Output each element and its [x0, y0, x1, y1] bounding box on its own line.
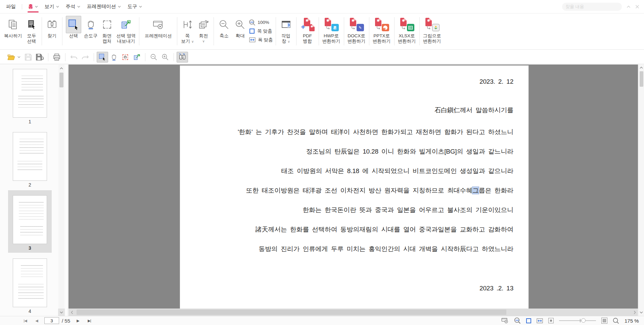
actual-size-button[interactable] [548, 318, 554, 323]
menu-annotation-label: 주석 [66, 3, 76, 10]
horizontal-scrollbar[interactable] [68, 309, 638, 316]
convert-to-hwp-button[interactable]: 훈 HWP로 변환하기 [321, 16, 342, 44]
select-all-button[interactable]: 모두 선택 [24, 16, 40, 44]
thumbnail-page-1[interactable] [13, 69, 47, 118]
select-tool-icon [68, 19, 79, 30]
vertical-scrollbar[interactable] [638, 65, 644, 316]
work-pane-label-2: 창 [282, 39, 286, 44]
convert-to-pptx-button[interactable]: PPTX로 변환하기 [371, 16, 392, 44]
menu-presentation[interactable]: 프레젠테이션 [84, 0, 124, 13]
thumbnail-scrollbar[interactable] [58, 65, 64, 309]
menu-view[interactable]: 보기 [41, 0, 62, 13]
next-page-button[interactable]: ▶ [72, 319, 84, 323]
pdf-merge-label-2: 병합 [303, 39, 312, 44]
print-button[interactable] [51, 52, 62, 63]
scroll-left-icon[interactable] [71, 311, 73, 314]
page-number-input[interactable] [44, 317, 59, 324]
vertical-scrollbar-thumb[interactable] [640, 71, 643, 87]
hand-tool-button[interactable]: 손도구 [83, 16, 99, 39]
zoom-in-quick-button[interactable] [159, 52, 171, 63]
convert-to-xlsx-label-1: XLSX로 [398, 33, 416, 39]
work-pane-button[interactable]: 작업 창 ∨ [278, 16, 294, 44]
redo-button[interactable] [80, 52, 91, 63]
zoom-out-quick-button[interactable] [148, 52, 159, 63]
page-total-label: / 55 [62, 318, 70, 324]
zoom-slider-handle[interactable] [581, 318, 586, 323]
ribbon-divider [319, 17, 319, 45]
chevron-down-icon[interactable] [17, 56, 20, 58]
zoom-100-button[interactable]: 100 [514, 317, 521, 324]
menu-annotation[interactable]: 주석 [62, 0, 84, 13]
copy-button[interactable]: 복사하기 [3, 16, 24, 39]
zoom-100-button[interactable]: 100 100% [249, 18, 273, 26]
menu-file-label: 파일 [6, 3, 16, 10]
hand-icon [85, 19, 96, 30]
zoom-in-button[interactable]: 확대 [232, 16, 248, 39]
convert-to-xlsx-button[interactable]: XLSX로 변환하기 [397, 16, 417, 44]
thumbnail-scroll-down-button[interactable] [58, 309, 65, 316]
find-search-field[interactable] [562, 3, 622, 11]
scroll-down-icon[interactable] [640, 311, 643, 314]
convert-to-pptx-icon [374, 18, 389, 31]
pdf-merge-button[interactable]: ＋ PDF 병합 [298, 16, 317, 44]
screen-capture-quick-button[interactable] [120, 52, 131, 63]
last-page-button[interactable]: ▶| [84, 319, 95, 323]
convert-to-image-button[interactable]: 그림으로 변환하기 [422, 16, 443, 44]
doc-line-2: 정조님의 탄辰일은 10.28 이니 한화와 빌게이츠[BG]의 생일과 같느니… [180, 148, 528, 156]
thumbnail-page-3[interactable] [13, 195, 47, 244]
pdf-merge-label-1: PDF [303, 33, 312, 39]
undo-button[interactable] [68, 52, 80, 63]
open-folder-icon [7, 54, 15, 60]
menu-home[interactable]: 홈 [25, 0, 41, 13]
select-tool-button[interactable]: 선택 [64, 16, 83, 39]
find-button[interactable]: 찾기 [44, 16, 60, 39]
menu-file[interactable]: 파일 [3, 0, 19, 13]
find-previous-icon[interactable] [627, 5, 631, 8]
single-page-view-button[interactable] [601, 318, 607, 324]
fit-width-button[interactable] [537, 318, 543, 323]
export-selection-icon [133, 53, 140, 61]
zoom-out-button[interactable]: 축소 [216, 16, 232, 39]
save-button[interactable] [22, 52, 34, 63]
zoom-slider[interactable] [559, 318, 596, 323]
smart-find-button[interactable] [177, 52, 188, 63]
document-area[interactable]: 2023. 2. 12 石白鎭仁께서 말씀하시기를 '한화' 는 기후가 찬것을… [68, 65, 638, 309]
export-selection-quick-button[interactable] [131, 52, 142, 63]
doc-line-1: '한화' 는 기후가 찬것을 말하며 태洋이 사천하면 한화가되고 재천하면 함… [180, 128, 528, 136]
fit-page-button[interactable]: 쪽 맞춤 [249, 27, 273, 35]
fit-page-icon [249, 29, 255, 34]
previous-page-button[interactable]: ◀ [31, 319, 42, 323]
fit-width-button[interactable]: 폭 맞춤 [249, 36, 273, 44]
page-navigation: |◀ ◀ / 55 ▶ ▶| [19, 317, 95, 324]
presentation-button[interactable]: 프레젠테이션 [141, 16, 175, 39]
chevron-down-icon [35, 6, 38, 8]
zoom-slider-track[interactable] [559, 320, 596, 321]
export-selection-button[interactable]: 선택 영역 내보내기 [115, 16, 137, 44]
rotate-button[interactable]: 회전 ∨ [195, 16, 212, 44]
open-file-button[interactable] [5, 52, 17, 63]
redo-icon [81, 54, 89, 60]
page-view-button[interactable]: 쪽 보기 ∨ [179, 16, 195, 44]
thumbnail-scrollbar-thumb[interactable] [59, 73, 63, 87]
select-tool-quick-button[interactable] [97, 52, 108, 63]
hand-tool-quick-button[interactable] [108, 52, 120, 63]
scroll-up-icon[interactable] [640, 67, 643, 69]
save-as-button[interactable] [34, 52, 45, 63]
search-input[interactable] [565, 4, 625, 9]
menu-tools[interactable]: 도구 [124, 0, 145, 13]
convert-to-docx-button[interactable]: ✎ DOCX로 변환하기 [346, 16, 367, 44]
thumbnail-page-2[interactable] [13, 132, 47, 181]
close-icon[interactable] [635, 5, 639, 9]
first-page-button[interactable]: |◀ [19, 319, 31, 323]
scroll-right-icon[interactable] [634, 311, 636, 314]
horizontal-scrollbar-thumb[interactable] [77, 310, 506, 315]
thumbnail-page-4[interactable] [13, 258, 47, 307]
presentation-mode-button[interactable] [501, 318, 509, 324]
scroll-up-icon[interactable] [60, 67, 63, 70]
fit-page-label: 쪽 맞춤 [257, 28, 272, 34]
fit-page-button[interactable] [526, 318, 531, 323]
ribbon-divider [296, 17, 296, 45]
document-page[interactable]: 2023. 2. 12 石白鎭仁께서 말씀하시기를 '한화' 는 기후가 찬것을… [180, 65, 529, 309]
zoom-search-icon[interactable] [613, 318, 619, 324]
screen-capture-button[interactable]: 화면 캡처 [99, 16, 115, 44]
